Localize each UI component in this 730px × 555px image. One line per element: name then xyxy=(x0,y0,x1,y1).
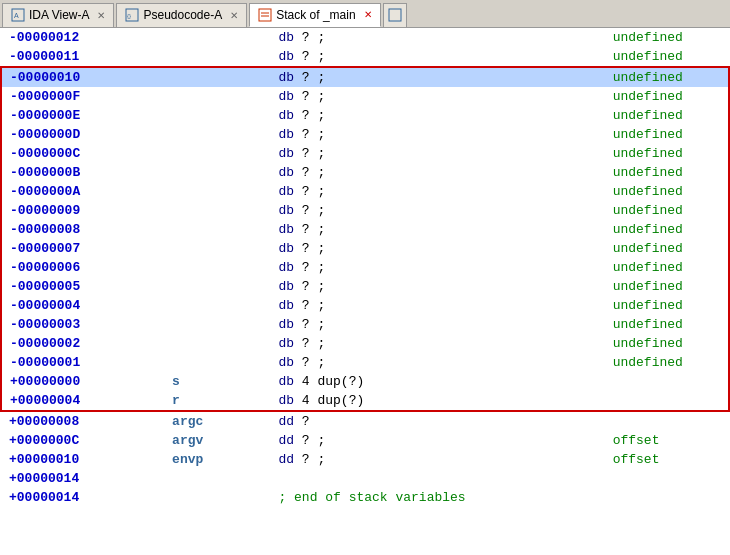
svg-rect-4 xyxy=(259,9,271,21)
cell-offset: -00000007 xyxy=(1,239,168,258)
content-area[interactable]: -00000012db ? ; undefined-00000011db ? ;… xyxy=(0,28,730,555)
cell-name xyxy=(168,353,274,372)
cell-comment: offset xyxy=(609,431,729,450)
cell-offset: -00000011 xyxy=(1,47,168,67)
tab-stack-main-close[interactable]: ✕ xyxy=(364,9,372,20)
cell-offset: -0000000E xyxy=(1,106,168,125)
main-window: A IDA View-A ✕ {} Pseudocode-A ✕ Stack o… xyxy=(0,0,730,555)
table-row: -00000006db ? ; undefined xyxy=(1,258,729,277)
cell-offset: -0000000D xyxy=(1,125,168,144)
stack-table: -00000012db ? ; undefined-00000011db ? ;… xyxy=(0,28,730,507)
cell-offset: -00000005 xyxy=(1,277,168,296)
cell-type: db ? ; xyxy=(274,47,608,67)
table-row: +00000010envpdd ? ; offset xyxy=(1,450,729,469)
tab-pseudocode-a[interactable]: {} Pseudocode-A ✕ xyxy=(116,3,247,27)
cell-name xyxy=(168,182,274,201)
svg-rect-7 xyxy=(389,9,401,21)
svg-text:A: A xyxy=(14,12,19,19)
cell-comment: undefined xyxy=(609,353,729,372)
cell-comment xyxy=(609,488,729,507)
cell-comment xyxy=(609,391,729,411)
cell-type: db ? ; xyxy=(274,296,608,315)
tab-pseudocode-a-label: Pseudocode-A xyxy=(143,8,222,22)
cell-type: db ? ; xyxy=(274,163,608,182)
cell-type: db ? ; xyxy=(274,182,608,201)
cell-type xyxy=(274,469,608,488)
table-row: +0000000Cargvdd ? ; offset xyxy=(1,431,729,450)
cell-comment: undefined xyxy=(609,182,729,201)
tab-stack-main[interactable]: Stack of _main ✕ xyxy=(249,3,380,27)
cell-comment: undefined xyxy=(609,144,729,163)
cell-name xyxy=(168,334,274,353)
table-row: -0000000Adb ? ; undefined xyxy=(1,182,729,201)
cell-name xyxy=(168,106,274,125)
cell-type: dd ? xyxy=(274,411,608,431)
cell-comment: offset xyxy=(609,450,729,469)
table-row: -00000009db ? ; undefined xyxy=(1,201,729,220)
tab-stack-main-label: Stack of _main xyxy=(276,8,355,22)
cell-name xyxy=(168,296,274,315)
cell-type: db ? ; xyxy=(274,28,608,47)
cell-name xyxy=(168,125,274,144)
tab-bar: A IDA View-A ✕ {} Pseudocode-A ✕ Stack o… xyxy=(0,0,730,28)
table-row: -00000004db ? ; undefined xyxy=(1,296,729,315)
table-row: -00000002db ? ; undefined xyxy=(1,334,729,353)
cell-name xyxy=(168,277,274,296)
table-row: -0000000Edb ? ; undefined xyxy=(1,106,729,125)
cell-name xyxy=(168,239,274,258)
tab-ida-view-a[interactable]: A IDA View-A ✕ xyxy=(2,3,114,27)
cell-comment: undefined xyxy=(609,220,729,239)
cell-type: db ? ; xyxy=(274,315,608,334)
cell-name xyxy=(168,315,274,334)
cell-type: dd ? ; xyxy=(274,431,608,450)
table-row: -0000000Cdb ? ; undefined xyxy=(1,144,729,163)
cell-type: db 4 dup(?) xyxy=(274,391,608,411)
cell-type: dd ? ; xyxy=(274,450,608,469)
table-row: -00000007db ? ; undefined xyxy=(1,239,729,258)
table-row: +00000008argcdd ? xyxy=(1,411,729,431)
cell-type: db ? ; xyxy=(274,220,608,239)
cell-type: db ? ; xyxy=(274,125,608,144)
cell-comment: undefined xyxy=(609,258,729,277)
table-row: +00000014 xyxy=(1,469,729,488)
cell-offset: -00000012 xyxy=(1,28,168,47)
cell-type: db ? ; xyxy=(274,201,608,220)
cell-comment: undefined xyxy=(609,47,729,67)
cell-type: db ? ; xyxy=(274,258,608,277)
cell-name: s xyxy=(168,372,274,391)
tab-ida-view-a-close[interactable]: ✕ xyxy=(97,10,105,21)
cell-offset: +00000010 xyxy=(1,450,168,469)
table-row: -00000012db ? ; undefined xyxy=(1,28,729,47)
cell-offset: -0000000A xyxy=(1,182,168,201)
table-row: -0000000Ddb ? ; undefined xyxy=(1,125,729,144)
table-row: -00000011db ? ; undefined xyxy=(1,47,729,67)
cell-type: db ? ; xyxy=(274,239,608,258)
cell-name xyxy=(168,488,274,507)
cell-offset: +0000000C xyxy=(1,431,168,450)
cell-comment xyxy=(609,372,729,391)
cell-offset: -00000010 xyxy=(1,67,168,87)
svg-text:{}: {} xyxy=(127,13,131,19)
cell-name: r xyxy=(168,391,274,411)
cell-offset: -00000006 xyxy=(1,258,168,277)
tab-ida-view-a-label: IDA View-A xyxy=(29,8,89,22)
stack-icon xyxy=(258,8,272,22)
table-row: +00000004rdb 4 dup(?) xyxy=(1,391,729,411)
cell-name xyxy=(168,220,274,239)
cell-name xyxy=(168,28,274,47)
cell-offset: -0000000B xyxy=(1,163,168,182)
cell-comment: undefined xyxy=(609,106,729,125)
tab-extra[interactable] xyxy=(383,3,407,27)
cell-offset: +00000004 xyxy=(1,391,168,411)
cell-offset: -00000001 xyxy=(1,353,168,372)
cell-name: envp xyxy=(168,450,274,469)
cell-comment: undefined xyxy=(609,315,729,334)
tab-pseudocode-a-close[interactable]: ✕ xyxy=(230,10,238,21)
cell-comment: undefined xyxy=(609,239,729,258)
cell-comment xyxy=(609,411,729,431)
cell-comment: undefined xyxy=(609,125,729,144)
table-row: -0000000Fdb ? ; undefined xyxy=(1,87,729,106)
cell-name: argv xyxy=(168,431,274,450)
cell-offset: -00000008 xyxy=(1,220,168,239)
cell-offset: -0000000F xyxy=(1,87,168,106)
